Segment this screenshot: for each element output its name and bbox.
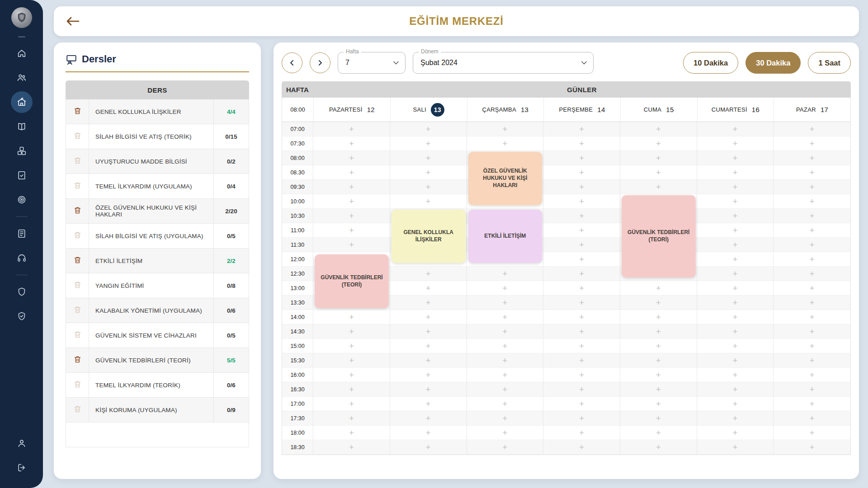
slot-cell[interactable]: + [543, 368, 620, 382]
slot-cell[interactable]: + [620, 324, 697, 339]
slot-cell[interactable]: + [390, 151, 467, 165]
delete-course-button[interactable] [73, 156, 82, 166]
schedule-event[interactable]: ETKİLİ İLETİŞİM [468, 210, 542, 263]
slot-cell[interactable]: + [774, 426, 850, 440]
slot-cell[interactable]: + [620, 368, 697, 382]
slot-cell[interactable]: + [543, 194, 620, 209]
slot-cell[interactable]: + [543, 267, 620, 281]
slot-cell[interactable]: + [697, 324, 774, 339]
delete-course-button[interactable] [73, 206, 82, 216]
slot-cell[interactable]: + [313, 165, 390, 180]
slot-cell[interactable]: + [620, 296, 697, 310]
slot-cell[interactable]: + [620, 136, 697, 151]
course-row[interactable]: SİLAH BİLGİSİ VE ATIŞ (UYGULAMA)0/5 [66, 224, 249, 249]
slot-cell[interactable]: + [620, 122, 697, 136]
slot-cell[interactable]: + [543, 296, 620, 310]
slot-cell[interactable]: + [543, 180, 620, 194]
slot-cell[interactable]: + [390, 267, 467, 281]
slot-cell[interactable]: + [543, 440, 620, 455]
slot-cell[interactable]: + [774, 339, 850, 353]
slot-cell[interactable]: + [390, 296, 467, 310]
delete-course-button[interactable] [73, 405, 82, 415]
slot-cell[interactable]: + [774, 122, 850, 136]
slot-cell[interactable]: + [390, 440, 467, 455]
slot-cell[interactable]: + [543, 339, 620, 353]
course-row[interactable]: UYUŞTURUCU MADDE BİLGİSİ0/2 [66, 149, 249, 174]
duration-button-1-saat[interactable]: 1 Saat [808, 52, 851, 74]
slot-cell[interactable]: + [774, 281, 850, 296]
slot-cell[interactable]: + [390, 397, 467, 411]
delete-course-button[interactable] [73, 355, 82, 365]
slot-cell[interactable]: + [390, 339, 467, 353]
slot-cell[interactable]: + [774, 382, 850, 397]
slot-cell[interactable]: + [774, 223, 850, 238]
delete-course-button[interactable] [73, 380, 82, 390]
sidebar-item-document-check[interactable] [11, 164, 33, 186]
slot-cell[interactable]: + [620, 353, 697, 368]
schedule-event[interactable]: GÜVENLİK TEDBİRLERİ (TEORİ) [315, 254, 389, 308]
slot-cell[interactable]: + [467, 267, 544, 281]
slot-cell[interactable]: + [390, 180, 467, 194]
course-row[interactable]: TEMEL İLKYARDIM (TEORİK)0/6 [66, 373, 249, 398]
slot-cell[interactable]: + [774, 368, 850, 382]
slot-cell[interactable]: + [313, 194, 390, 209]
slot-cell[interactable]: + [467, 324, 544, 339]
slot-cell[interactable]: + [467, 411, 544, 426]
course-row[interactable]: KALABALIK YÖNETİMİ (UYGULAMA)0/6 [66, 298, 249, 323]
schedule-event[interactable]: GÜVENLİK TEDBİRLERİ (TEORİ) [622, 195, 696, 277]
slot-cell[interactable]: + [620, 382, 697, 397]
slot-cell[interactable]: + [774, 397, 850, 411]
slot-cell[interactable]: + [697, 411, 774, 426]
slot-cell[interactable]: + [774, 238, 850, 252]
slot-cell[interactable]: + [313, 353, 390, 368]
week-select[interactable]: Hafta 7 [338, 52, 406, 74]
slot-cell[interactable]: + [774, 324, 850, 339]
slot-cell[interactable]: + [467, 339, 544, 353]
sidebar-item-shield-check[interactable] [11, 305, 33, 327]
slot-cell[interactable]: + [313, 411, 390, 426]
back-button[interactable] [66, 16, 80, 27]
course-row[interactable]: KİŞİ KORUMA (UYGULAMA)0/9 [66, 398, 249, 422]
slot-cell[interactable]: + [697, 382, 774, 397]
delete-course-button[interactable] [73, 131, 82, 141]
slot-cell[interactable]: + [467, 368, 544, 382]
slot-cell[interactable]: + [620, 339, 697, 353]
delete-course-button[interactable] [73, 256, 82, 266]
slot-cell[interactable]: + [697, 238, 774, 252]
slot-cell[interactable]: + [543, 426, 620, 440]
course-row[interactable]: GENEL KOLLUKLA İLİŞKİLER4/4 [66, 99, 249, 124]
slot-cell[interactable]: + [774, 310, 850, 324]
slot-cell[interactable]: + [774, 194, 850, 209]
slot-cell[interactable]: + [467, 310, 544, 324]
slot-cell[interactable]: + [313, 440, 390, 455]
course-row[interactable]: ETKİLİ İLETİŞİM2/2 [66, 249, 249, 273]
duration-button-30-dakika[interactable]: 30 Dakika [745, 52, 801, 74]
slot-cell[interactable]: + [620, 411, 697, 426]
slot-cell[interactable]: + [774, 165, 850, 180]
slot-cell[interactable]: + [543, 397, 620, 411]
course-row[interactable]: SİLAH BİLGİSİ VE ATIŞ (TEORİK)0/15 [66, 124, 249, 149]
sidebar-item-target[interactable] [11, 189, 33, 211]
slot-cell[interactable]: + [774, 440, 850, 455]
delete-course-button[interactable] [73, 231, 82, 241]
slot-cell[interactable]: + [543, 223, 620, 238]
schedule-event[interactable]: ÖZEL GÜVENLİK HUKUKU VE KİŞİ HAKLARI [468, 152, 542, 205]
slot-cell[interactable]: + [467, 136, 544, 151]
slot-cell[interactable]: + [697, 368, 774, 382]
slot-cell[interactable]: + [467, 426, 544, 440]
slot-cell[interactable]: + [697, 353, 774, 368]
slot-cell[interactable]: + [620, 165, 697, 180]
slot-cell[interactable]: + [697, 310, 774, 324]
slot-cell[interactable]: + [697, 281, 774, 296]
slot-cell[interactable]: + [313, 180, 390, 194]
slot-cell[interactable]: + [697, 180, 774, 194]
slot-cell[interactable]: + [467, 440, 544, 455]
slot-cell[interactable]: + [467, 397, 544, 411]
slot-cell[interactable]: + [467, 353, 544, 368]
slot-cell[interactable]: + [543, 353, 620, 368]
sidebar-item-modules[interactable] [11, 140, 33, 162]
slot-cell[interactable]: + [390, 194, 467, 209]
slot-cell[interactable]: + [543, 136, 620, 151]
term-select[interactable]: Dönem Şubat 2024 [413, 52, 594, 74]
slot-cell[interactable]: + [543, 209, 620, 223]
